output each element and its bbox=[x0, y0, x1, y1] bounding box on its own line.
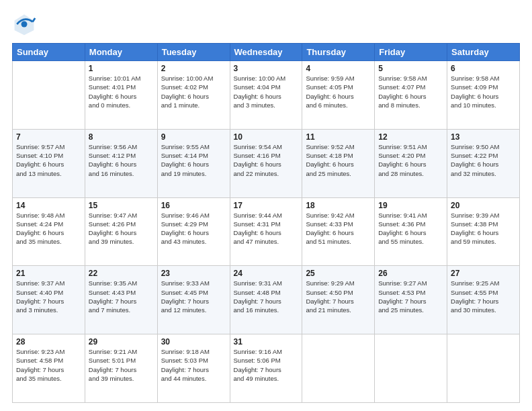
day-cell: 2Sunrise: 10:00 AM Sunset: 4:02 PM Dayli… bbox=[157, 61, 230, 130]
weekday-wednesday: Wednesday bbox=[230, 44, 302, 61]
day-info: Sunrise: 10:00 AM Sunset: 4:04 PM Daylig… bbox=[234, 74, 299, 109]
day-number: 30 bbox=[161, 337, 226, 347]
weekday-sunday: Sunday bbox=[13, 44, 85, 61]
day-info: Sunrise: 9:48 AM Sunset: 4:24 PM Dayligh… bbox=[16, 211, 81, 246]
day-number: 12 bbox=[378, 132, 443, 142]
day-cell: 20Sunrise: 9:39 AM Sunset: 4:38 PM Dayli… bbox=[447, 197, 520, 266]
day-number: 1 bbox=[89, 64, 154, 73]
day-info: Sunrise: 9:42 AM Sunset: 4:33 PM Dayligh… bbox=[306, 211, 371, 246]
day-number: 25 bbox=[306, 269, 371, 278]
day-number: 31 bbox=[234, 337, 299, 347]
day-number: 18 bbox=[306, 201, 371, 210]
day-cell: 31Sunrise: 9:16 AM Sunset: 5:06 PM Dayli… bbox=[230, 334, 302, 403]
day-cell: 22Sunrise: 9:35 AM Sunset: 4:43 PM Dayli… bbox=[85, 266, 157, 334]
day-cell bbox=[302, 334, 375, 403]
day-info: Sunrise: 9:25 AM Sunset: 4:55 PM Dayligh… bbox=[451, 279, 516, 314]
header bbox=[12, 12, 520, 36]
day-number: 20 bbox=[451, 201, 516, 210]
day-info: Sunrise: 9:33 AM Sunset: 4:45 PM Dayligh… bbox=[161, 279, 226, 314]
day-number: 24 bbox=[234, 269, 299, 278]
svg-point-1 bbox=[21, 21, 28, 28]
day-number: 14 bbox=[16, 201, 81, 210]
day-info: Sunrise: 9:37 AM Sunset: 4:40 PM Dayligh… bbox=[16, 279, 81, 314]
day-cell: 14Sunrise: 9:48 AM Sunset: 4:24 PM Dayli… bbox=[13, 197, 85, 266]
day-info: Sunrise: 9:55 AM Sunset: 4:14 PM Dayligh… bbox=[161, 142, 226, 178]
week-row-4: 21Sunrise: 9:37 AM Sunset: 4:40 PM Dayli… bbox=[13, 266, 520, 334]
day-info: Sunrise: 9:54 AM Sunset: 4:16 PM Dayligh… bbox=[234, 142, 299, 178]
weekday-tuesday: Tuesday bbox=[157, 44, 230, 61]
weekday-header-row: SundayMondayTuesdayWednesdayThursdayFrid… bbox=[13, 44, 520, 61]
day-cell: 13Sunrise: 9:50 AM Sunset: 4:22 PM Dayli… bbox=[447, 129, 520, 197]
day-info: Sunrise: 9:59 AM Sunset: 4:05 PM Dayligh… bbox=[306, 74, 371, 109]
day-cell: 26Sunrise: 9:27 AM Sunset: 4:53 PM Dayli… bbox=[375, 266, 447, 334]
day-cell: 24Sunrise: 9:31 AM Sunset: 4:48 PM Dayli… bbox=[230, 266, 302, 334]
day-info: Sunrise: 9:41 AM Sunset: 4:36 PM Dayligh… bbox=[378, 211, 443, 246]
day-cell: 28Sunrise: 9:23 AM Sunset: 4:58 PM Dayli… bbox=[13, 334, 85, 403]
day-info: Sunrise: 9:21 AM Sunset: 5:01 PM Dayligh… bbox=[89, 347, 154, 383]
day-number: 8 bbox=[89, 132, 154, 142]
day-cell: 30Sunrise: 9:18 AM Sunset: 5:03 PM Dayli… bbox=[157, 334, 230, 403]
weekday-friday: Friday bbox=[375, 44, 447, 61]
day-info: Sunrise: 9:50 AM Sunset: 4:22 PM Dayligh… bbox=[451, 142, 516, 178]
page: SundayMondayTuesdayWednesdayThursdayFrid… bbox=[0, 0, 532, 411]
weekday-thursday: Thursday bbox=[302, 44, 375, 61]
day-cell: 11Sunrise: 9:52 AM Sunset: 4:18 PM Dayli… bbox=[302, 129, 375, 197]
day-number: 15 bbox=[89, 201, 154, 210]
day-info: Sunrise: 9:46 AM Sunset: 4:29 PM Dayligh… bbox=[161, 211, 226, 246]
day-cell: 23Sunrise: 9:33 AM Sunset: 4:45 PM Dayli… bbox=[157, 266, 230, 334]
day-cell bbox=[447, 334, 520, 403]
weekday-saturday: Saturday bbox=[447, 44, 520, 61]
day-info: Sunrise: 9:16 AM Sunset: 5:06 PM Dayligh… bbox=[234, 347, 299, 383]
day-cell: 9Sunrise: 9:55 AM Sunset: 4:14 PM Daylig… bbox=[157, 129, 230, 197]
day-number: 3 bbox=[234, 64, 299, 73]
day-number: 9 bbox=[161, 132, 226, 142]
day-info: Sunrise: 9:47 AM Sunset: 4:26 PM Dayligh… bbox=[89, 211, 154, 246]
day-info: Sunrise: 9:58 AM Sunset: 4:07 PM Dayligh… bbox=[378, 74, 443, 109]
logo-icon bbox=[12, 12, 36, 36]
day-cell: 12Sunrise: 9:51 AM Sunset: 4:20 PM Dayli… bbox=[375, 129, 447, 197]
week-row-2: 7Sunrise: 9:57 AM Sunset: 4:10 PM Daylig… bbox=[13, 129, 520, 197]
day-number: 7 bbox=[16, 132, 81, 142]
day-cell bbox=[375, 334, 447, 403]
day-info: Sunrise: 9:31 AM Sunset: 4:48 PM Dayligh… bbox=[234, 279, 299, 314]
day-cell: 3Sunrise: 10:00 AM Sunset: 4:04 PM Dayli… bbox=[230, 61, 302, 130]
calendar-table: SundayMondayTuesdayWednesdayThursdayFrid… bbox=[12, 43, 520, 403]
day-info: Sunrise: 9:57 AM Sunset: 4:10 PM Dayligh… bbox=[16, 142, 81, 178]
day-cell bbox=[13, 61, 85, 130]
day-cell: 29Sunrise: 9:21 AM Sunset: 5:01 PM Dayli… bbox=[85, 334, 157, 403]
day-info: Sunrise: 10:01 AM Sunset: 4:01 PM Daylig… bbox=[89, 74, 154, 109]
day-number: 29 bbox=[89, 337, 154, 347]
day-info: Sunrise: 9:35 AM Sunset: 4:43 PM Dayligh… bbox=[89, 279, 154, 314]
day-number: 2 bbox=[161, 64, 226, 73]
weekday-monday: Monday bbox=[85, 44, 157, 61]
day-cell: 21Sunrise: 9:37 AM Sunset: 4:40 PM Dayli… bbox=[13, 266, 85, 334]
day-cell: 15Sunrise: 9:47 AM Sunset: 4:26 PM Dayli… bbox=[85, 197, 157, 266]
day-cell: 10Sunrise: 9:54 AM Sunset: 4:16 PM Dayli… bbox=[230, 129, 302, 197]
week-row-5: 28Sunrise: 9:23 AM Sunset: 4:58 PM Dayli… bbox=[13, 334, 520, 403]
day-info: Sunrise: 9:52 AM Sunset: 4:18 PM Dayligh… bbox=[306, 142, 371, 178]
day-info: Sunrise: 9:23 AM Sunset: 4:58 PM Dayligh… bbox=[16, 347, 81, 383]
week-row-1: 1Sunrise: 10:01 AM Sunset: 4:01 PM Dayli… bbox=[13, 61, 520, 130]
day-cell: 18Sunrise: 9:42 AM Sunset: 4:33 PM Dayli… bbox=[302, 197, 375, 266]
day-info: Sunrise: 9:39 AM Sunset: 4:38 PM Dayligh… bbox=[451, 211, 516, 246]
logo bbox=[12, 12, 39, 36]
day-info: Sunrise: 9:29 AM Sunset: 4:50 PM Dayligh… bbox=[306, 279, 371, 314]
day-info: Sunrise: 9:27 AM Sunset: 4:53 PM Dayligh… bbox=[378, 279, 443, 314]
day-number: 17 bbox=[234, 201, 299, 210]
day-cell: 27Sunrise: 9:25 AM Sunset: 4:55 PM Dayli… bbox=[447, 266, 520, 334]
day-cell: 8Sunrise: 9:56 AM Sunset: 4:12 PM Daylig… bbox=[85, 129, 157, 197]
day-cell: 16Sunrise: 9:46 AM Sunset: 4:29 PM Dayli… bbox=[157, 197, 230, 266]
day-number: 10 bbox=[234, 132, 299, 142]
day-number: 22 bbox=[89, 269, 154, 278]
day-number: 4 bbox=[306, 64, 371, 73]
week-row-3: 14Sunrise: 9:48 AM Sunset: 4:24 PM Dayli… bbox=[13, 197, 520, 266]
day-cell: 7Sunrise: 9:57 AM Sunset: 4:10 PM Daylig… bbox=[13, 129, 85, 197]
day-cell: 1Sunrise: 10:01 AM Sunset: 4:01 PM Dayli… bbox=[85, 61, 157, 130]
day-cell: 25Sunrise: 9:29 AM Sunset: 4:50 PM Dayli… bbox=[302, 266, 375, 334]
day-info: Sunrise: 9:58 AM Sunset: 4:09 PM Dayligh… bbox=[451, 74, 516, 109]
day-cell: 19Sunrise: 9:41 AM Sunset: 4:36 PM Dayli… bbox=[375, 197, 447, 266]
day-number: 6 bbox=[451, 64, 516, 73]
day-info: Sunrise: 9:56 AM Sunset: 4:12 PM Dayligh… bbox=[89, 142, 154, 178]
day-number: 21 bbox=[16, 269, 81, 278]
day-number: 11 bbox=[306, 132, 371, 142]
